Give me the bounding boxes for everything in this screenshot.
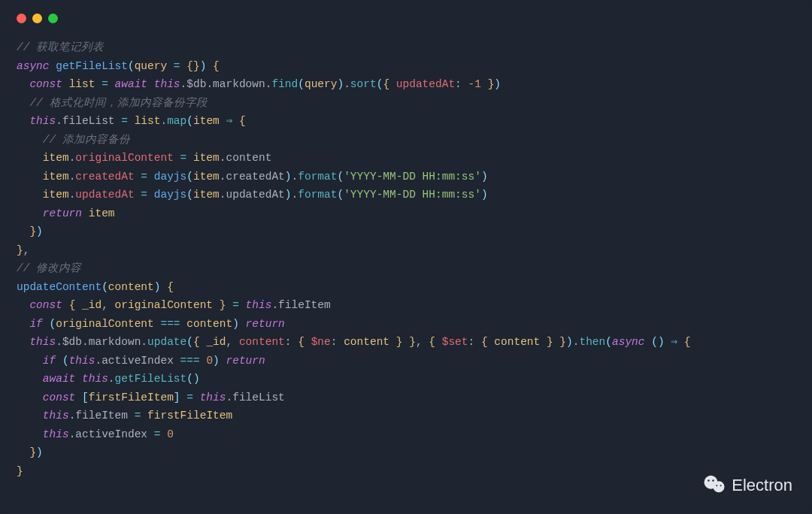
close-icon[interactable] [17,14,26,23]
prop-originalContent: originalContent [75,152,174,164]
string-fmt: 'YYYY-MM-DD HH:mm:ss' [344,171,481,183]
svg-point-3 [713,479,714,481]
keyword-this: this [200,392,226,404]
keyword-this: this [43,428,69,440]
keyword-this: this [43,410,69,422]
prop-updatedAt: updatedAt [226,189,285,201]
func-find: find [271,78,298,90]
var-item: item [89,207,115,219]
wechat-icon [703,474,726,498]
prop-fileList: fileList [232,392,285,404]
prop-createdAt: createdAt [226,171,285,183]
code-window: // 获取笔记列表 async getFileList(query = {}) … [0,0,812,514]
keyword-await: await [115,78,148,90]
prop-activeIndex: activeIndex [75,428,147,440]
var-item: item [193,171,220,183]
var-item: item [193,152,220,164]
func-format: format [298,189,337,201]
op-eqeqeq: === [160,318,180,330]
prop-fileItem: fileItem [75,410,128,422]
funcdef-getFileList: getFileList [56,60,128,72]
svg-point-2 [708,479,710,481]
prop-updatedAt: updatedAt [396,78,455,90]
keyword-return: return [226,355,265,367]
keyword-this: this [29,336,56,348]
svg-point-4 [717,485,718,486]
prop-content: content [239,336,285,348]
var-item: item [193,189,220,201]
prop-fileList: fileList [62,115,115,127]
var-query: query [304,78,338,90]
zoom-icon[interactable] [48,14,58,23]
var-id: _id [82,299,102,311]
var-list: list [69,78,95,90]
func-sort: sort [350,78,377,90]
keyword-if: if [43,355,56,367]
keyword-this: this [69,355,95,367]
op-eq: = [180,152,187,164]
num-zero: 0 [206,355,213,367]
var-content: content [108,281,154,293]
keyword-if: if [29,318,42,330]
prop-ne: $ne [311,336,331,348]
keyword-return: return [43,207,82,219]
op-eqeqeq: === [180,355,200,367]
op-eq: = [154,428,161,440]
var-firstFileItem: firstFileItem [89,392,174,404]
prop-updatedAt: updatedAt [75,189,134,201]
op-eq: = [141,189,147,201]
op-eq: = [121,115,128,127]
watermark: Electron [703,474,792,498]
var-originalContent: originalContent [56,318,154,330]
op-arrow: ⇒ [226,115,233,127]
keyword-return: return [246,318,285,330]
code-comment: // 添加内容备份 [43,134,130,146]
code-comment: // 格式化时间，添加内容备份字段 [29,97,207,109]
minimize-icon[interactable] [32,14,42,23]
keyword-const: const [29,299,62,311]
var-content: content [494,336,540,348]
var-content: content [186,318,232,330]
op-eq: = [174,60,180,72]
watermark-label: Electron [732,476,792,495]
keyword-async: async [612,336,645,348]
num-neg1: -1 [468,78,481,90]
var-query: query [135,60,168,72]
var-content: content [344,336,389,348]
var-list: list [135,115,161,127]
var-id: _id [206,336,226,348]
keyword-this: this [82,373,108,385]
code-block: // 获取笔记列表 async getFileList(query = {}) … [17,38,795,480]
keyword-await: await [43,373,76,385]
prop-markdown: markdown [89,336,141,348]
var-item: item [193,115,220,127]
funcdef-updateContent: updateContent [17,281,102,293]
window-traffic-lights [17,14,795,23]
prop-set: $set [442,336,468,348]
op-arrow: ⇒ [671,336,677,348]
var-item: item [43,189,69,201]
keyword-this: this [154,78,180,90]
var-firstFileItem: firstFileItem [147,410,232,422]
svg-point-1 [714,481,725,492]
keyword-const: const [43,392,76,404]
string-fmt: 'YYYY-MM-DD HH:mm:ss' [344,189,481,201]
prop-content: content [226,152,271,164]
keyword-this: this [246,299,272,311]
op-eq: = [186,392,193,404]
keyword-this: this [29,115,56,127]
func-map: map [167,115,186,127]
prop-markdown: markdown [213,78,265,90]
var-item: item [43,171,69,183]
prop-fileItem: fileItem [278,299,331,311]
keyword-async: async [17,60,50,72]
op-eq: = [102,78,108,90]
func-dayjs: dayjs [154,171,187,183]
keyword-const: const [29,78,62,90]
op-eq: = [141,171,147,183]
func-update: update [147,336,186,348]
svg-point-5 [720,485,722,486]
num-zero: 0 [167,428,174,440]
op-eq: = [135,410,141,422]
code-comment: // 获取笔记列表 [17,41,104,53]
